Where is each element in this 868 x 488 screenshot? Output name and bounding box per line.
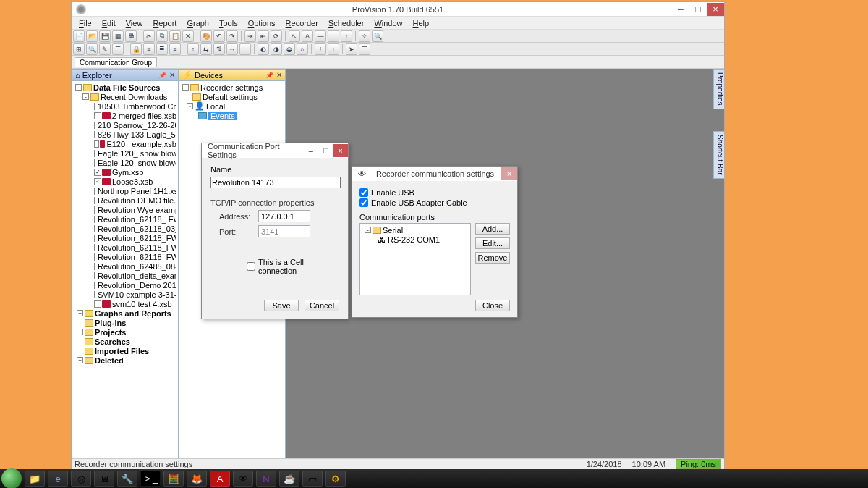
taskbar-ie-icon[interactable]: e <box>48 471 68 487</box>
minimize-button[interactable]: – <box>672 3 689 16</box>
menu-tools[interactable]: Tools <box>215 19 242 28</box>
tb2-lock-icon[interactable]: 🔒 <box>130 43 142 55</box>
tb-cut-icon[interactable]: ✂ <box>143 30 155 42</box>
tree-row[interactable]: Revolution_Demo 2016.xsb <box>74 280 176 290</box>
taskbar-firefox-icon[interactable]: 🦊 <box>187 471 207 487</box>
cancel-button[interactable]: Cancel <box>305 300 339 311</box>
tree-row[interactable]: -Recorder settings <box>181 83 284 92</box>
remove-button[interactable]: Remove <box>475 252 510 264</box>
tb2-m-icon[interactable]: ○ <box>297 43 308 55</box>
tree-row[interactable]: -Recent Downloads <box>74 92 176 101</box>
dialog-minimize-icon[interactable]: – <box>304 144 318 157</box>
close-button[interactable]: × <box>707 3 724 16</box>
tb2-k-icon[interactable]: ◑ <box>271 43 282 55</box>
tree-row[interactable]: Northrop Panel 1H1.xsb <box>74 186 176 195</box>
tree-row[interactable]: -👤Local <box>181 101 284 111</box>
tb2-d-icon[interactable]: ☰ <box>112 43 124 55</box>
menu-scheduler[interactable]: Scheduler <box>324 19 369 28</box>
port-input[interactable] <box>258 225 310 237</box>
tree-row[interactable]: Revolution_62118_03_29_ <box>74 224 176 233</box>
tb2-j-icon[interactable]: ◐ <box>258 43 269 55</box>
tree-row[interactable]: 210 Sparrow_12-26-2017.n <box>74 120 176 130</box>
dialog-close-icon[interactable]: × <box>333 144 348 157</box>
tb-export-icon[interactable]: ⇥ <box>244 30 256 42</box>
tb-redo-icon[interactable]: ↷ <box>226 30 238 42</box>
taskbar-gear-icon[interactable]: ⚙ <box>326 471 346 487</box>
tree-row[interactable]: Revolution_62118_FW test <box>74 233 176 243</box>
taskbar-chrome-icon[interactable]: ◎ <box>71 471 91 487</box>
tb-arrow-icon[interactable]: ↑ <box>341 30 352 42</box>
tree-row[interactable]: Revolution Wye example- J <box>74 205 176 214</box>
tb2-down-icon[interactable]: ↓ <box>328 43 339 55</box>
tree-row[interactable]: ✓Loose3.xsb <box>74 177 176 186</box>
tree-row[interactable]: 2 merged files.xsb <box>74 111 176 120</box>
panel-close-icon[interactable]: ✕ <box>169 71 175 79</box>
tb2-a-icon[interactable]: ⊞ <box>73 43 85 55</box>
taskbar-eye-icon[interactable]: 👁 <box>233 471 253 487</box>
edit-button[interactable]: Edit... <box>475 237 510 249</box>
tb-zoom-icon[interactable]: 🔍 <box>372 30 383 42</box>
save-button[interactable]: Save <box>264 300 299 311</box>
tree-row[interactable]: -Data File Sources <box>74 83 176 92</box>
tree-row[interactable]: 10503 Timberwood Cr WR# <box>74 101 176 111</box>
pin-icon[interactable]: 📌 <box>265 72 273 79</box>
tb-color-icon[interactable]: 🎨 <box>200 30 212 42</box>
taskbar-tool-icon[interactable]: 🔧 <box>117 471 137 487</box>
tb-save-icon[interactable]: 💾 <box>99 30 111 42</box>
tree-row[interactable]: Revolution_62485_08-27-2 <box>74 261 176 271</box>
tree-row[interactable]: +Deleted <box>74 356 176 365</box>
tb-tile-icon[interactable]: ▦ <box>112 30 124 42</box>
start-button[interactable] <box>1 468 22 488</box>
tb-copy-icon[interactable]: ⧉ <box>156 30 168 42</box>
taskbar-window-icon[interactable]: ▭ <box>302 471 323 487</box>
tree-row[interactable]: svm10 test 4.xsb <box>74 299 176 308</box>
tb-print-icon[interactable]: 🖶 <box>125 30 137 42</box>
tb-tools-icon[interactable]: ✧ <box>359 30 370 42</box>
tb-paste-icon[interactable]: 📋 <box>169 30 181 42</box>
tb-line-icon[interactable]: — <box>315 30 326 42</box>
tb2-list-icon[interactable]: ☰ <box>359 43 370 55</box>
menu-window[interactable]: Window <box>370 19 407 28</box>
tb2-center-icon[interactable]: ≣ <box>156 43 168 55</box>
ports-listbox[interactable]: -Serial 🖧RS-232 COM1 <box>359 223 471 295</box>
tb2-l-icon[interactable]: ◒ <box>284 43 295 55</box>
tree-row[interactable]: Revolution_62118_FW test <box>74 252 176 261</box>
sidetab-properties[interactable]: Properties <box>713 69 725 109</box>
add-button[interactable]: Add... <box>475 223 510 235</box>
tree-row[interactable]: Default settings <box>181 92 284 101</box>
tree-row-selected[interactable]: Events <box>181 111 284 120</box>
tree-row[interactable]: Imported Files <box>74 346 176 356</box>
tree-row[interactable]: 826 Hwy 133 Eagle_55711 <box>74 130 176 139</box>
taskbar-acrobat-icon[interactable]: A <box>210 471 230 487</box>
tb2-warn-icon[interactable]: ! <box>315 43 326 55</box>
adapter-checkbox[interactable] <box>359 198 368 207</box>
menu-help[interactable]: Help <box>409 19 434 28</box>
menu-file[interactable]: File <box>75 19 96 28</box>
cell-checkbox[interactable] <box>247 262 255 271</box>
tb-delete-icon[interactable]: ✕ <box>182 30 194 42</box>
usb-checkbox[interactable] <box>359 188 368 197</box>
tb-new-icon[interactable]: 📄 <box>73 30 85 42</box>
sidetab-shortcut[interactable]: Shortcut Bar <box>713 131 725 179</box>
tb2-left-icon[interactable]: ≡ <box>143 43 155 55</box>
tb-import-icon[interactable]: ⇤ <box>258 30 269 42</box>
tree-row[interactable]: E120 _example.xsb <box>74 139 176 148</box>
tree-row[interactable]: +Graphs and Reports <box>74 308 176 318</box>
tb2-send-icon[interactable]: ➤ <box>346 43 357 55</box>
tb2-c-icon[interactable]: ✎ <box>99 43 111 55</box>
tree-row[interactable]: Revolution DEMO file.xsb <box>74 195 176 205</box>
tree-row[interactable]: Eagle 120_snow blower_12 <box>74 158 176 167</box>
tree-row[interactable]: -Serial <box>363 225 467 235</box>
tree-row[interactable]: Revolution_62118_ FW test <box>74 214 176 224</box>
tree-row[interactable]: Plug-ins <box>74 318 176 327</box>
menu-graph[interactable]: Graph <box>182 19 213 28</box>
dialog-close-icon[interactable]: × <box>501 167 517 180</box>
tree-row[interactable]: Searches <box>74 337 176 346</box>
dialog-maximize-icon[interactable]: □ <box>318 144 333 157</box>
menu-edit[interactable]: Edit <box>98 19 120 28</box>
panel-close-icon[interactable]: ✕ <box>276 71 282 79</box>
group-tab[interactable]: Communication Group <box>75 57 157 67</box>
name-input[interactable] <box>210 177 341 188</box>
tb2-h-icon[interactable]: ↔ <box>226 43 238 55</box>
tree-row[interactable]: 🖧RS-232 COM1 <box>363 235 467 244</box>
